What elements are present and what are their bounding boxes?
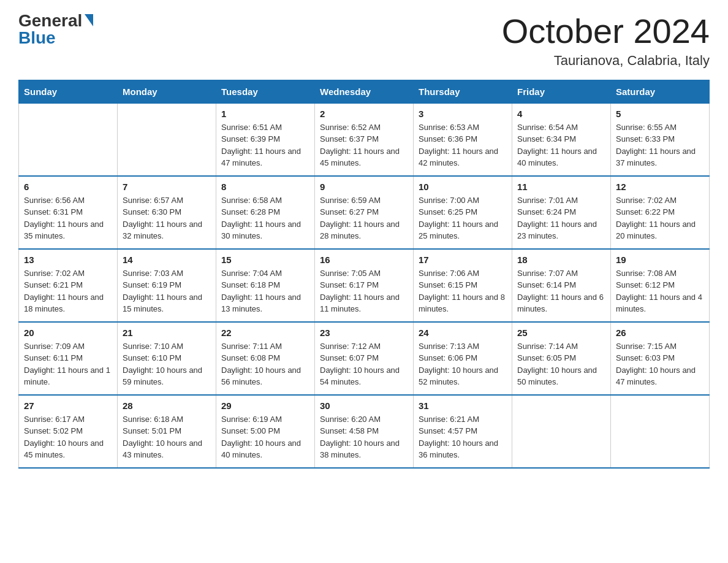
day-detail: Sunrise: 6:19 AMSunset: 5:00 PMDaylight:…: [221, 413, 309, 461]
day-detail: Sunrise: 7:13 AMSunset: 6:06 PMDaylight:…: [419, 340, 507, 388]
day-number: 12: [616, 182, 704, 192]
calendar-cell: [512, 395, 611, 468]
day-detail: Sunrise: 6:58 AMSunset: 6:28 PMDaylight:…: [221, 194, 309, 242]
day-detail: Sunrise: 6:55 AMSunset: 6:33 PMDaylight:…: [616, 121, 704, 169]
day-detail: Sunrise: 7:04 AMSunset: 6:18 PMDaylight:…: [221, 267, 309, 315]
calendar-table: Sunday Monday Tuesday Wednesday Thursday…: [18, 80, 710, 469]
day-number: 26: [616, 327, 704, 338]
day-detail: Sunrise: 6:59 AMSunset: 6:27 PMDaylight:…: [320, 194, 408, 242]
day-detail: Sunrise: 7:11 AMSunset: 6:08 PMDaylight:…: [221, 340, 309, 388]
day-number: 7: [123, 182, 211, 192]
calendar-cell: 3Sunrise: 6:53 AMSunset: 6:36 PMDaylight…: [414, 103, 512, 176]
calendar-cell: 29Sunrise: 6:19 AMSunset: 5:00 PMDayligh…: [216, 395, 315, 468]
day-number: 25: [517, 327, 605, 338]
day-number: 3: [419, 109, 507, 119]
day-number: 20: [24, 327, 112, 338]
calendar-cell: 9Sunrise: 6:59 AMSunset: 6:27 PMDaylight…: [315, 176, 414, 249]
day-detail: Sunrise: 7:12 AMSunset: 6:07 PMDaylight:…: [320, 340, 408, 388]
day-number: 11: [517, 182, 605, 192]
header-friday: Friday: [512, 80, 611, 103]
calendar-week-row: 13Sunrise: 7:02 AMSunset: 6:21 PMDayligh…: [19, 249, 710, 322]
day-detail: Sunrise: 6:51 AMSunset: 6:39 PMDaylight:…: [221, 121, 309, 169]
day-detail: Sunrise: 7:06 AMSunset: 6:15 PMDaylight:…: [419, 267, 507, 315]
calendar-cell: 23Sunrise: 7:12 AMSunset: 6:07 PMDayligh…: [315, 322, 414, 395]
day-detail: Sunrise: 7:09 AMSunset: 6:11 PMDaylight:…: [24, 340, 112, 388]
calendar-cell: [19, 103, 118, 176]
day-detail: Sunrise: 6:21 AMSunset: 4:57 PMDaylight:…: [419, 413, 507, 461]
day-number: 14: [123, 255, 211, 265]
day-detail: Sunrise: 6:57 AMSunset: 6:30 PMDaylight:…: [123, 194, 211, 242]
day-detail: Sunrise: 7:02 AMSunset: 6:21 PMDaylight:…: [24, 267, 112, 315]
calendar-week-row: 20Sunrise: 7:09 AMSunset: 6:11 PMDayligh…: [19, 322, 710, 395]
calendar-cell: 4Sunrise: 6:54 AMSunset: 6:34 PMDaylight…: [512, 103, 611, 176]
header-monday: Monday: [118, 80, 216, 103]
day-detail: Sunrise: 7:02 AMSunset: 6:22 PMDaylight:…: [616, 194, 704, 242]
calendar-cell: 17Sunrise: 7:06 AMSunset: 6:15 PMDayligh…: [414, 249, 512, 322]
day-number: 19: [616, 255, 704, 265]
day-number: 1: [221, 109, 309, 119]
calendar-cell: 19Sunrise: 7:08 AMSunset: 6:12 PMDayligh…: [611, 249, 710, 322]
calendar-week-row: 27Sunrise: 6:17 AMSunset: 5:02 PMDayligh…: [19, 395, 710, 468]
calendar-cell: 2Sunrise: 6:52 AMSunset: 6:37 PMDaylight…: [315, 103, 414, 176]
day-number: 13: [24, 255, 112, 265]
day-detail: Sunrise: 6:17 AMSunset: 5:02 PMDaylight:…: [24, 413, 112, 461]
day-number: 9: [320, 182, 408, 192]
calendar-cell: 12Sunrise: 7:02 AMSunset: 6:22 PMDayligh…: [611, 176, 710, 249]
calendar-cell: [611, 395, 710, 468]
calendar-cell: 18Sunrise: 7:07 AMSunset: 6:14 PMDayligh…: [512, 249, 611, 322]
calendar-cell: 24Sunrise: 7:13 AMSunset: 6:06 PMDayligh…: [414, 322, 512, 395]
day-number: 2: [320, 109, 408, 119]
calendar-cell: 11Sunrise: 7:01 AMSunset: 6:24 PMDayligh…: [512, 176, 611, 249]
calendar-cell: 5Sunrise: 6:55 AMSunset: 6:33 PMDaylight…: [611, 103, 710, 176]
day-detail: Sunrise: 7:03 AMSunset: 6:19 PMDaylight:…: [123, 267, 211, 315]
day-number: 4: [517, 109, 605, 119]
calendar-cell: 30Sunrise: 6:20 AMSunset: 4:58 PMDayligh…: [315, 395, 414, 468]
calendar-cell: 22Sunrise: 7:11 AMSunset: 6:08 PMDayligh…: [216, 322, 315, 395]
calendar-cell: 7Sunrise: 6:57 AMSunset: 6:30 PMDaylight…: [118, 176, 216, 249]
day-detail: Sunrise: 7:01 AMSunset: 6:24 PMDaylight:…: [517, 194, 605, 242]
day-number: 17: [419, 255, 507, 265]
calendar-cell: 6Sunrise: 6:56 AMSunset: 6:31 PMDaylight…: [19, 176, 118, 249]
main-title: October 2024: [502, 12, 710, 50]
day-detail: Sunrise: 7:10 AMSunset: 6:10 PMDaylight:…: [123, 340, 211, 388]
calendar-cell: 20Sunrise: 7:09 AMSunset: 6:11 PMDayligh…: [19, 322, 118, 395]
day-number: 15: [221, 255, 309, 265]
day-detail: Sunrise: 7:00 AMSunset: 6:25 PMDaylight:…: [419, 194, 507, 242]
day-number: 23: [320, 327, 408, 338]
calendar-cell: 26Sunrise: 7:15 AMSunset: 6:03 PMDayligh…: [611, 322, 710, 395]
calendar-cell: [118, 103, 216, 176]
day-detail: Sunrise: 7:14 AMSunset: 6:05 PMDaylight:…: [517, 340, 605, 388]
day-detail: Sunrise: 7:15 AMSunset: 6:03 PMDaylight:…: [616, 340, 704, 388]
header-thursday: Thursday: [414, 80, 512, 103]
calendar-cell: 31Sunrise: 6:21 AMSunset: 4:57 PMDayligh…: [414, 395, 512, 468]
calendar-cell: 28Sunrise: 6:18 AMSunset: 5:01 PMDayligh…: [118, 395, 216, 468]
day-detail: Sunrise: 7:08 AMSunset: 6:12 PMDaylight:…: [616, 267, 704, 315]
calendar-cell: 13Sunrise: 7:02 AMSunset: 6:21 PMDayligh…: [19, 249, 118, 322]
day-detail: Sunrise: 6:18 AMSunset: 5:01 PMDaylight:…: [123, 413, 211, 461]
header-saturday: Saturday: [611, 80, 710, 103]
day-number: 16: [320, 255, 408, 265]
calendar-cell: 8Sunrise: 6:58 AMSunset: 6:28 PMDaylight…: [216, 176, 315, 249]
day-detail: Sunrise: 6:53 AMSunset: 6:36 PMDaylight:…: [419, 121, 507, 169]
logo-triangle-icon: [85, 14, 93, 26]
calendar-header-row: Sunday Monday Tuesday Wednesday Thursday…: [19, 80, 710, 103]
logo: General Blue: [18, 12, 93, 47]
day-number: 24: [419, 327, 507, 338]
calendar-cell: 25Sunrise: 7:14 AMSunset: 6:05 PMDayligh…: [512, 322, 611, 395]
day-detail: Sunrise: 6:54 AMSunset: 6:34 PMDaylight:…: [517, 121, 605, 169]
day-number: 10: [419, 182, 507, 192]
calendar-cell: 27Sunrise: 6:17 AMSunset: 5:02 PMDayligh…: [19, 395, 118, 468]
day-number: 29: [221, 400, 309, 411]
calendar-week-row: 6Sunrise: 6:56 AMSunset: 6:31 PMDaylight…: [19, 176, 710, 249]
day-detail: Sunrise: 6:52 AMSunset: 6:37 PMDaylight:…: [320, 121, 408, 169]
day-detail: Sunrise: 6:56 AMSunset: 6:31 PMDaylight:…: [24, 194, 112, 242]
day-number: 5: [616, 109, 704, 119]
day-number: 8: [221, 182, 309, 192]
logo-general-text: General: [18, 12, 82, 29]
day-number: 22: [221, 327, 309, 338]
header-sunday: Sunday: [19, 80, 118, 103]
header-tuesday: Tuesday: [216, 80, 315, 103]
calendar-week-row: 1Sunrise: 6:51 AMSunset: 6:39 PMDaylight…: [19, 103, 710, 176]
day-detail: Sunrise: 7:05 AMSunset: 6:17 PMDaylight:…: [320, 267, 408, 315]
subtitle: Taurianova, Calabria, Italy: [502, 53, 710, 69]
